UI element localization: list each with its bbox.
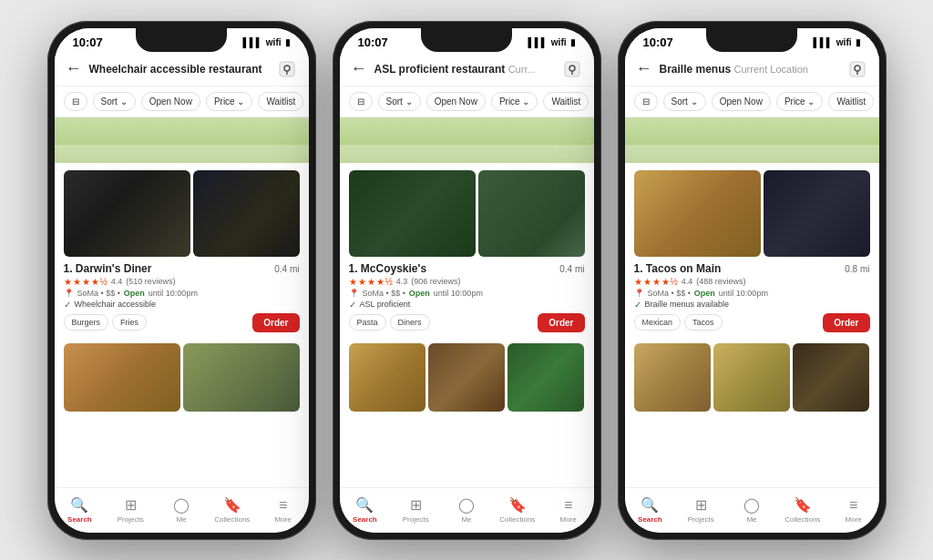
phone-2-filter-row: ⊟ Sort ⌄ Open Now Price ⌄ Waitlist: [340, 87, 594, 117]
second-img-2-phone2[interactable]: [428, 343, 505, 412]
filter-btn-open-2[interactable]: Open Now: [426, 92, 486, 111]
back-button-2[interactable]: ←: [351, 59, 367, 78]
card-name-row-1-phone1: 1. Darwin's Diner 0.4 mi: [64, 262, 300, 275]
filter-btn-price-2[interactable]: Price ⌄: [491, 92, 538, 111]
phone-1-screen: 10:07 ▌▌▌ wifi ▮ ← Wheelchair accessible…: [55, 28, 309, 533]
phones-container: 10:07 ▌▌▌ wifi ▮ ← Wheelchair accessible…: [29, 3, 905, 558]
tags-order-1-phone1: Burgers Fries Order: [64, 313, 300, 332]
nav-more-2[interactable]: ≡ More: [543, 492, 594, 529]
stars-1-phone1: ★ ★ ★ ★ ½: [64, 277, 108, 287]
second-img-3-phone3[interactable]: [793, 343, 869, 412]
nav-me-2[interactable]: ◯ Me: [441, 491, 492, 529]
filter-btn-sort-3[interactable]: Sort ⌄: [663, 92, 706, 111]
card-img-main-1-phone1[interactable]: [64, 170, 191, 257]
review-count-1-phone3: (488 reviews): [696, 277, 745, 286]
phone-3-filter-row: ⊟ Sort ⌄ Open Now Price ⌄ Waitlist: [625, 87, 879, 117]
second-img-1-phone3[interactable]: [634, 343, 711, 412]
tag-burgers-1[interactable]: Burgers: [64, 314, 109, 331]
tag-pasta-2[interactable]: Pasta: [349, 314, 386, 331]
nav-more-3[interactable]: ≡ More: [828, 492, 879, 529]
second-img-3-phone2[interactable]: [508, 343, 584, 412]
filter-btn-price-1[interactable]: Price ⌄: [206, 92, 253, 111]
filter-btn-sort-1[interactable]: Sort ⌄: [93, 92, 136, 111]
collections-nav-icon-2: 🔖: [508, 496, 527, 514]
nav-collections-2[interactable]: 🔖 Collections: [492, 491, 543, 529]
nav-collections-3[interactable]: 🔖 Collections: [777, 491, 828, 529]
location-icon-1[interactable]: [276, 58, 298, 80]
phone-3: 10:07 ▌▌▌ wifi ▮ ← Braille menus Current…: [618, 21, 887, 540]
card-name-1-phone1: 1. Darwin's Diner: [64, 262, 152, 275]
star5-p2: ½: [385, 277, 393, 287]
card-feature-1-phone2: ✓ ASL proficient: [349, 300, 585, 310]
phone-1-filter-row: ⊟ Sort ⌄ Open Now Price ⌄ Waitlist: [55, 87, 309, 117]
check-icon-1-phone3: ✓: [634, 300, 641, 310]
collections-nav-icon-3: 🔖: [794, 496, 812, 514]
restaurant-card-1-phone2: 1. McCoyskie's 0.4 mi ★ ★ ★ ★ ½ 4.3 (906…: [349, 170, 585, 332]
filter-btn-sliders-2[interactable]: ⊟: [349, 92, 373, 111]
back-button-1[interactable]: ←: [66, 59, 82, 78]
hours-1-phone1: until 10:00pm: [149, 289, 198, 298]
tag-tacos-3[interactable]: Tacos: [684, 314, 723, 331]
card-distance-1-phone2: 0.4 mi: [559, 264, 584, 274]
pin-icon-3: 📍: [634, 289, 644, 298]
hours-1-phone2: until 10:00pm: [434, 289, 483, 298]
card-feature-1-phone3: ✓ Braille menus available: [634, 300, 870, 310]
search-sub-2: Curr...: [508, 64, 536, 75]
filter-btn-sliders-1[interactable]: ⊟: [64, 92, 87, 111]
search-nav-label-3: Search: [638, 515, 662, 524]
second-img-2-phone1[interactable]: [183, 343, 300, 412]
collections-nav-label-3: Collections: [784, 515, 820, 524]
nav-projects-3[interactable]: ⊞ Projects: [675, 491, 726, 529]
card-img-2-1-phone3[interactable]: [764, 170, 869, 257]
tag-diners-2[interactable]: Diners: [390, 314, 430, 331]
second-img-1-phone1[interactable]: [64, 343, 180, 412]
filter-btn-sliders-3[interactable]: ⊟: [634, 92, 658, 111]
phone-2-bottom-nav: 🔍 Search ⊞ Projects ◯ Me 🔖 Collections ≡: [340, 487, 594, 533]
nav-projects-1[interactable]: ⊞ Projects: [105, 491, 156, 529]
filter-btn-price-3[interactable]: Price ⌄: [776, 92, 824, 111]
tags-1-phone2: Pasta Diners: [349, 314, 430, 331]
card-img-2-1-phone1[interactable]: [193, 170, 299, 257]
back-button-3[interactable]: ←: [636, 59, 652, 78]
nav-more-1[interactable]: ≡ More: [258, 492, 309, 529]
filter-btn-open-3[interactable]: Open Now: [712, 92, 771, 111]
pin-icon-2: 📍: [349, 289, 359, 298]
card-images-1-phone3: [634, 170, 870, 257]
nav-search-3[interactable]: 🔍 Search: [625, 491, 676, 529]
order-btn-1-phone2[interactable]: Order: [538, 313, 584, 332]
location-icon-3[interactable]: [846, 58, 868, 80]
tags-1-phone3: Mexican Tacos: [634, 314, 723, 331]
order-btn-1-phone1[interactable]: Order: [252, 313, 299, 332]
nav-collections-1[interactable]: 🔖 Collections: [207, 491, 258, 529]
nav-me-3[interactable]: ◯ Me: [726, 491, 777, 529]
nav-search-2[interactable]: 🔍 Search: [340, 491, 391, 529]
card-img-main-1-phone2[interactable]: [349, 170, 477, 257]
nav-search-1[interactable]: 🔍 Search: [55, 491, 106, 529]
nav-me-1[interactable]: ◯ Me: [156, 491, 207, 529]
nav-projects-2[interactable]: ⊞ Projects: [390, 491, 441, 529]
meta-text-1-phone2: SoMa • $$ •: [363, 289, 405, 298]
filter-btn-open-1[interactable]: Open Now: [141, 92, 200, 111]
filter-btn-waitlist-3[interactable]: Waitlist: [828, 92, 874, 111]
filter-btn-waitlist-2[interactable]: Waitlist: [543, 92, 589, 111]
open-text-1-phone2: Open: [409, 289, 430, 298]
card-img-2-1-phone2[interactable]: [478, 170, 584, 257]
card-img-main-1-phone3[interactable]: [634, 170, 762, 257]
star3: ★: [82, 277, 90, 287]
card-name-1-phone2: 1. McCoyskie's: [349, 262, 427, 275]
location-icon-2[interactable]: [561, 58, 583, 80]
projects-nav-icon-2: ⊞: [410, 496, 422, 514]
phone-3-search-bar[interactable]: ← Braille menus Current Location: [625, 53, 879, 87]
filter-btn-sort-2[interactable]: Sort ⌄: [378, 92, 421, 111]
second-img-1-phone2[interactable]: [349, 343, 425, 412]
phone-2-search-bar[interactable]: ← ASL proficient restaurant Curr...: [340, 53, 594, 87]
phone-1-search-bar[interactable]: ← Wheelchair accessible restaurant: [55, 53, 309, 87]
projects-nav-label-2: Projects: [403, 515, 429, 524]
tag-fries-1[interactable]: Fries: [112, 314, 147, 331]
tag-mexican-3[interactable]: Mexican: [634, 314, 682, 331]
filter-btn-waitlist-1[interactable]: Waitlist: [258, 92, 303, 111]
search-query-2: ASL proficient restaurant Curr...: [374, 63, 554, 76]
order-btn-1-phone3[interactable]: Order: [823, 313, 869, 332]
second-img-2-phone3[interactable]: [713, 343, 790, 412]
pin-icon-1: 📍: [64, 289, 74, 298]
